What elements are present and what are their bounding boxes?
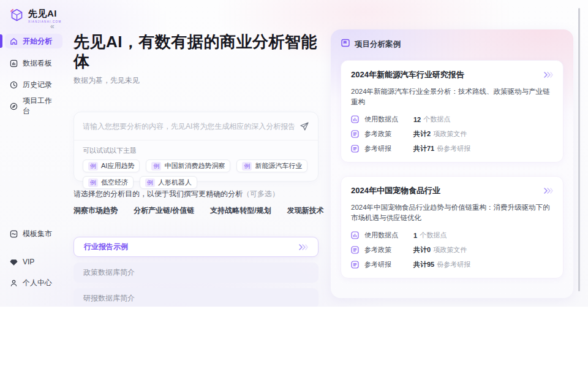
case-title: 2024年中国宠物食品行业 xyxy=(351,185,440,196)
sidebar-item-data-dashboard[interactable]: 数据看板 xyxy=(5,56,62,70)
purpose-label: 请选择您的分析目的，以便于我们撰写更精确的分析（可多选） xyxy=(74,189,318,199)
project-cases-panel: 项目分析案例 2024年新能源汽车行业研究报告 2024年新能源汽车行业全景分析… xyxy=(331,29,573,298)
section-label: 行业报告示例 xyxy=(84,242,128,252)
report-doc-icon xyxy=(351,145,359,153)
stat-unit: 项政策文件 xyxy=(433,129,467,139)
sidebar-item-template-market[interactable]: 模板集市 xyxy=(5,227,62,240)
logo-subtitle: XIANJIANAI.COM xyxy=(28,20,61,23)
history-clock-icon xyxy=(10,81,18,89)
stat-row-policies: 参考政策 共计2 项政策文件 xyxy=(351,129,553,139)
case-title: 2024年新能源汽车行业研究报告 xyxy=(351,69,464,80)
topic-tag-low-altitude-economy[interactable]: 例 低空经济 xyxy=(83,176,134,189)
double-chevron-right-icon[interactable] xyxy=(543,72,553,78)
cases-panel-header: 项目分析案例 xyxy=(331,29,573,55)
topic-label: 中国新消费趋势洞察 xyxy=(164,161,225,171)
sidebar-item-label: 历史记录 xyxy=(23,80,52,90)
stat-unit: 份参考研报 xyxy=(437,260,470,269)
template-market-icon xyxy=(10,230,18,238)
case-tag-icon xyxy=(341,38,350,50)
topic-tags: 例 AI应用趋势 例 中国新消费趋势洞察 例 新能源汽车行业 例 低空经济 xyxy=(83,159,309,189)
double-chevron-right-icon[interactable] xyxy=(543,188,553,194)
purpose-option-strategy[interactable]: 支持战略转型/规划 xyxy=(210,205,271,216)
topic-label: AI应用趋势 xyxy=(101,161,134,171)
sidebar-item-personal-center[interactable]: 个人中心 xyxy=(5,276,62,289)
workbench-compass-icon xyxy=(10,102,18,110)
stat-label: 参考政策 xyxy=(364,245,413,255)
example-badge: 例 xyxy=(88,178,98,187)
section-industry-report-examples[interactable]: 行业报告示例 xyxy=(74,237,318,257)
example-badge: 例 xyxy=(151,162,161,171)
topic-tag-china-consumption[interactable]: 例 中国新消费趋势洞察 xyxy=(146,159,230,172)
case-card-pet-food[interactable]: 2024年中国宠物食品行业 2024年中国宠物食品行业趋势与价值链重构：消费升级… xyxy=(341,176,564,278)
sidebar-item-project-workbench[interactable]: 项目工作台 xyxy=(5,99,62,113)
sidebar: 先见AI XIANJIANAI.COM « 开始分析 数据看板 xyxy=(0,0,67,307)
sidebar-bottom-nav: 模板集市 VIP 个人中心 xyxy=(0,227,67,296)
sidebar-item-label: 模板集市 xyxy=(23,229,52,239)
topics-section: 可以试试以下主题 例 AI应用趋势 例 中国新消费趋势洞察 例 新能源汽车行业 xyxy=(74,140,318,189)
example-badge: 例 xyxy=(88,162,98,171)
sidebar-item-vip[interactable]: VIP xyxy=(5,255,62,269)
purpose-option-market-trends[interactable]: 洞察市场趋势 xyxy=(74,205,118,216)
sidebar-item-label: 项目工作台 xyxy=(23,96,58,117)
topic-tag-humanoid-robot[interactable]: 例 人形机器人 xyxy=(140,176,197,189)
section-research-report-database-intro[interactable]: 研报数据库简介 xyxy=(74,288,318,307)
vip-gem-icon xyxy=(10,258,18,266)
topic-label: 新能源汽车行业 xyxy=(255,161,302,171)
stat-value: 共计0 xyxy=(413,245,431,255)
case-card-nev-report[interactable]: 2024年新能源汽车行业研究报告 2024年新能源汽车行业全景分析：技术路线、政… xyxy=(341,60,564,163)
logo: 先见AI XIANJIANAI.COM xyxy=(9,7,61,24)
stat-unit: 项政策文件 xyxy=(433,245,467,255)
analysis-input[interactable] xyxy=(83,122,300,131)
stat-row-policies: 参考政策 共计0 项政策文件 xyxy=(351,245,553,255)
data-chart-icon xyxy=(351,231,359,239)
section-policy-database-intro[interactable]: 政策数据库简介 xyxy=(74,263,318,283)
double-chevron-right-icon xyxy=(298,244,308,250)
policy-doc-icon xyxy=(351,246,359,254)
case-description: 2024年中国宠物食品行业趋势与价值链重构：消费升级驱动下的市场机遇与供应链优化 xyxy=(351,202,553,223)
topic-tag-ai-trends[interactable]: 例 AI应用趋势 xyxy=(83,159,140,172)
stat-row-data-points: 使用数据点 12 个数据点 xyxy=(351,115,553,124)
sidebar-spacer xyxy=(0,247,67,255)
main-content: 先见AI，有数有据的商业分析智能体 数据为基，先见未见 可以试试以下主题 例 A… xyxy=(74,0,318,307)
stat-value: 12 xyxy=(413,116,421,123)
analysis-composer-card: 可以试试以下主题 例 AI应用趋势 例 中国新消费趋势洞察 例 新能源汽车行业 xyxy=(74,112,318,182)
purpose-option-new-tech[interactable]: 发现新技术 xyxy=(287,205,324,216)
stat-row-data-points: 使用数据点 1 个数据点 xyxy=(351,231,553,240)
sidebar-item-label: 数据看板 xyxy=(23,58,52,69)
dashboard-icon xyxy=(10,59,18,67)
sidebar-item-start-analysis[interactable]: 开始分析 xyxy=(5,34,62,48)
purpose-options: 洞察市场趋势 分析产业链/价值链 支持战略转型/规划 发现新技术 xyxy=(74,205,318,216)
stat-value: 共计95 xyxy=(413,260,434,269)
sidebar-item-history[interactable]: 历史记录 xyxy=(5,78,62,91)
cases-panel-title: 项目分析案例 xyxy=(355,39,401,50)
topic-label: 低空经济 xyxy=(101,178,128,187)
intro-sections: 行业报告示例 政策数据库简介 研报数据库简介 行业数据库简介 xyxy=(74,237,318,307)
stat-value: 共计2 xyxy=(413,129,431,139)
topic-label: 人形机器人 xyxy=(158,178,192,187)
sidebar-item-label: VIP xyxy=(23,258,34,266)
composer-input-row xyxy=(74,112,318,140)
stat-label: 参考政策 xyxy=(364,129,413,139)
section-label: 研报数据库简介 xyxy=(83,293,135,304)
app-window: 先见AI XIANJIANAI.COM « 开始分析 数据看板 xyxy=(0,0,588,307)
sidebar-item-label: 个人中心 xyxy=(23,278,52,288)
report-doc-icon xyxy=(351,261,359,269)
stat-label: 参考研报 xyxy=(364,144,413,153)
stat-unit: 个数据点 xyxy=(420,231,447,240)
sidebar-collapse-icon[interactable]: « xyxy=(50,22,55,31)
purpose-option-value-chain[interactable]: 分析产业链/价值链 xyxy=(134,205,194,216)
page-subtitle: 数据为基，先见未见 xyxy=(74,75,318,86)
example-badge: 例 xyxy=(242,162,252,171)
active-indicator-bar xyxy=(0,34,2,48)
vertical-scrollbar[interactable] xyxy=(578,8,580,291)
stat-value: 1 xyxy=(413,232,417,239)
purpose-hint: （可多选） xyxy=(243,190,279,198)
send-paper-plane-icon[interactable] xyxy=(300,121,309,131)
topic-tag-nev-industry[interactable]: 例 新能源汽车行业 xyxy=(236,159,307,172)
stat-label: 使用数据点 xyxy=(364,115,413,124)
user-icon xyxy=(10,279,18,287)
topics-label: 可以试试以下主题 xyxy=(83,146,309,155)
stat-label: 参考研报 xyxy=(364,260,413,269)
stat-row-research-reports: 参考研报 共计71 份参考研报 xyxy=(351,144,553,153)
page-title: 先见AI，有数有据的商业分析智能体 xyxy=(74,32,318,71)
